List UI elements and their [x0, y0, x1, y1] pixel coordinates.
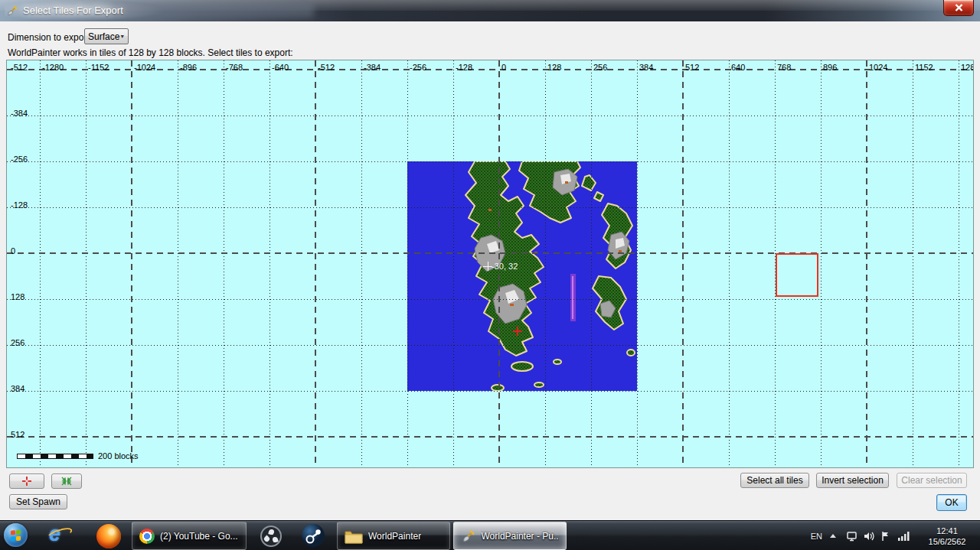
cursor-marker-icon: -30, 32	[483, 262, 518, 271]
dimension-value: Surface	[88, 31, 119, 42]
set-spawn-button[interactable]: Set Spawn	[9, 494, 67, 509]
taskbar: e (2) YouTube - Go...	[0, 520, 980, 550]
blurred-background-window	[111, 2, 314, 18]
shovel-icon	[461, 529, 475, 544]
selected-tile[interactable]	[776, 253, 818, 297]
zoom-to-tiles-button[interactable]	[51, 474, 82, 489]
clear-selection-button: Clear selection	[897, 473, 967, 488]
volume-icon[interactable]	[863, 530, 875, 542]
show-hidden-icons-caret-icon[interactable]	[830, 534, 836, 538]
firefox-icon[interactable]	[96, 524, 121, 548]
steam-icon[interactable]	[302, 524, 325, 547]
dimension-select[interactable]: Surface ▼	[84, 28, 129, 44]
scale-label: 200 blocks	[98, 451, 139, 461]
active-button-label: WorldPainter - Pu...	[481, 531, 559, 542]
ok-button[interactable]: OK	[936, 494, 967, 511]
start-button[interactable]	[4, 523, 28, 547]
folder-button-label: WorldPainter	[368, 531, 421, 542]
window-title: Select Tiles For Export	[23, 5, 123, 16]
goto-spawn-button[interactable]	[9, 474, 44, 489]
windows-logo-icon	[11, 529, 21, 541]
screen: Select Tiles For Export Dimension to exp…	[0, 0, 980, 550]
tile-grid: -30, 32	[7, 60, 973, 467]
language-indicator[interactable]: EN	[811, 532, 822, 541]
scale-bar	[17, 454, 93, 459]
gridlines	[7, 60, 973, 467]
tile-map-panel[interactable]: -30, 32 -1280-1152-1024-896-768-640-512-…	[6, 60, 974, 468]
chrome-icon	[139, 529, 155, 544]
chrome-button-label: (2) YouTube - Go...	[160, 531, 238, 542]
shovel-icon	[6, 5, 18, 17]
action-center-flag-icon[interactable]	[880, 530, 892, 542]
clock[interactable]: 12:41 15/6/2562	[920, 526, 974, 547]
select-all-tiles-button[interactable]: Select all tiles	[740, 473, 809, 488]
spawn-marker-icon	[513, 327, 522, 336]
red-crosshair-icon	[21, 476, 32, 487]
network-icon[interactable]	[897, 530, 910, 542]
instruction-text: WorldPainter works in tiles of 128 by 12…	[8, 47, 293, 58]
title-bar: Select Tiles For Export	[0, 0, 980, 21]
dimension-label: Dimension to export:	[8, 32, 92, 43]
system-tray: EN 12:41	[811, 521, 980, 550]
folder-icon	[345, 529, 363, 544]
hardware-icon[interactable]	[846, 530, 858, 542]
invert-selection-button[interactable]: Invert selection	[816, 473, 889, 488]
green-arrows-in-icon	[60, 476, 73, 487]
folder-taskbar-button[interactable]: WorldPainter	[337, 522, 450, 550]
chrome-taskbar-button[interactable]: (2) YouTube - Go...	[132, 522, 247, 550]
worldpainter-taskbar-button[interactable]: WorldPainter - Pu...	[453, 522, 567, 550]
internet-explorer-icon[interactable]: e	[49, 522, 74, 548]
cursor-coordinates: -30, 32	[492, 262, 518, 271]
tray-time: 12:41	[920, 526, 974, 536]
close-x-icon	[955, 4, 963, 11]
close-button[interactable]	[943, 0, 974, 16]
tray-date: 15/6/2562	[920, 536, 974, 547]
scale-indicator: 200 blocks	[17, 451, 139, 461]
obs-icon[interactable]	[260, 526, 282, 547]
chevron-down-icon: ▼	[119, 34, 125, 39]
